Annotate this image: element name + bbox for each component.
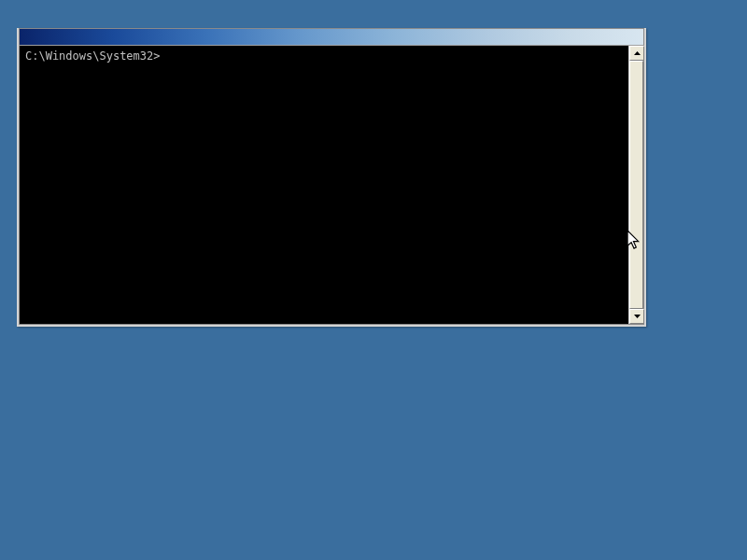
vertical-scrollbar[interactable] (628, 46, 643, 324)
scroll-track[interactable] (629, 61, 643, 309)
command-prompt-window[interactable]: C:\Windows\System32> (17, 28, 646, 327)
svg-marker-0 (634, 51, 641, 55)
window-body: C:\Windows\System32> (19, 45, 644, 325)
chevron-down-icon (634, 315, 641, 318)
command-prompt-line: C:\Windows\System32> (25, 49, 623, 63)
scroll-down-button[interactable] (629, 309, 644, 324)
scroll-thumb[interactable] (629, 61, 643, 309)
terminal-area[interactable]: C:\Windows\System32> (20, 46, 628, 324)
chevron-up-icon (634, 51, 641, 55)
svg-marker-1 (634, 315, 641, 318)
scroll-up-button[interactable] (629, 46, 644, 61)
window-titlebar[interactable] (19, 28, 644, 45)
